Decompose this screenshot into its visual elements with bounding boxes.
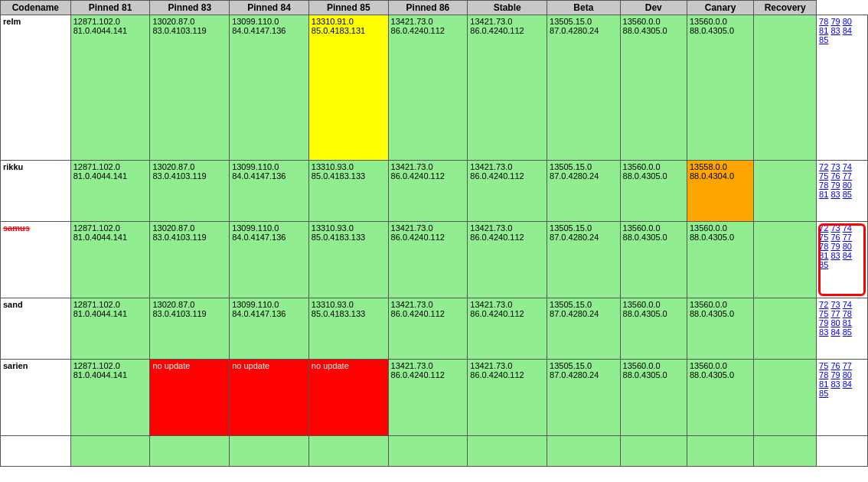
recovery-link[interactable]: 81 xyxy=(819,190,828,199)
version-cell xyxy=(230,436,309,467)
version-table: CodenamePinned 81Pinned 83Pinned 84Pinne… xyxy=(0,0,868,467)
recovery-link[interactable]: 79 xyxy=(830,181,840,190)
recovery-link[interactable]: 81 xyxy=(819,379,828,389)
version-cell: 13560.0.088.0.4305.0 xyxy=(620,161,687,222)
recovery-link[interactable]: 76 xyxy=(830,171,840,181)
recovery-link[interactable]: 75 xyxy=(819,233,828,242)
recovery-link[interactable]: 73 xyxy=(830,300,840,309)
recovery-link[interactable]: 79 xyxy=(830,242,840,251)
version-cell: 13558.0.088.0.4304.0 xyxy=(687,161,753,222)
version-cell: 13020.87.083.0.4103.119 xyxy=(150,15,230,161)
recovery-link[interactable]: 84 xyxy=(843,26,852,35)
version-cell: 13099.110.084.0.4147.136 xyxy=(230,15,309,161)
recovery-link[interactable]: 77 xyxy=(843,233,852,242)
recovery-link[interactable]: 81 xyxy=(843,318,852,327)
recovery-link[interactable]: 83 xyxy=(830,190,840,199)
version-cell xyxy=(150,436,230,467)
column-header-pinned-83: Pinned 83 xyxy=(150,1,230,15)
version-cell: 13421.73.086.0.4240.112 xyxy=(388,222,468,298)
column-header-codename: Codename xyxy=(1,1,71,15)
recovery-link[interactable]: 72 xyxy=(819,300,828,309)
version-cell: 13560.0.088.0.4305.0 xyxy=(687,298,753,360)
recovery-link[interactable]: 75 xyxy=(819,171,828,181)
version-cell: 13099.110.084.0.4147.136 xyxy=(230,222,309,298)
table-row: sarien12871.102.081.0.4044.141no updaten… xyxy=(1,360,868,436)
recovery-link[interactable]: 72 xyxy=(819,223,828,233)
version-cell xyxy=(620,436,687,467)
codename-cell: rikku xyxy=(1,161,71,222)
recovery-link[interactable]: 85 xyxy=(843,327,852,337)
recovery-link[interactable]: 84 xyxy=(843,251,852,260)
recovery-link[interactable]: 79 xyxy=(819,318,828,327)
column-header-beta: Beta xyxy=(547,1,621,15)
version-cell: 12871.102.081.0.4044.141 xyxy=(70,360,150,436)
codename-cell xyxy=(1,436,71,467)
recovery-link[interactable]: 72 xyxy=(819,162,828,171)
version-cell: 13310.91.085.0.4183.131 xyxy=(308,15,388,161)
recovery-link[interactable]: 80 xyxy=(843,17,852,26)
column-header-pinned-86: Pinned 86 xyxy=(388,1,468,15)
recovery-link[interactable]: 73 xyxy=(830,223,840,233)
recovery-link[interactable]: 74 xyxy=(843,300,852,309)
version-cell: 13505.15.087.0.4280.24 xyxy=(547,15,621,161)
recovery-link[interactable]: 78 xyxy=(819,370,828,379)
version-cell: 13505.15.087.0.4280.24 xyxy=(547,298,621,360)
recovery-link[interactable]: 74 xyxy=(843,223,852,233)
recovery-link[interactable]: 80 xyxy=(843,242,852,251)
recovery-cell xyxy=(817,436,868,467)
version-cell: 13421.73.086.0.4240.112 xyxy=(468,222,547,298)
recovery-link[interactable]: 77 xyxy=(830,309,840,318)
version-cell: 13310.93.085.0.4183.133 xyxy=(308,161,388,222)
recovery-link[interactable]: 77 xyxy=(843,361,852,370)
version-cell xyxy=(754,161,817,222)
recovery-link[interactable]: 75 xyxy=(819,309,828,318)
recovery-link[interactable]: 85 xyxy=(819,260,828,269)
recovery-cell: 75 76 7778 79 8081 83 8485 xyxy=(817,360,868,436)
version-cell: 13421.73.086.0.4240.112 xyxy=(468,298,547,360)
recovery-link[interactable]: 77 xyxy=(843,171,852,181)
codename-cell: sand xyxy=(1,298,71,360)
recovery-link[interactable]: 83 xyxy=(819,327,828,337)
version-cell: 13560.0.088.0.4305.0 xyxy=(687,15,753,161)
version-cell: 13505.15.087.0.4280.24 xyxy=(547,222,621,298)
table-row: rikku12871.102.081.0.4044.14113020.87.08… xyxy=(1,161,868,222)
column-header-recovery: Recovery xyxy=(754,1,817,15)
recovery-link[interactable]: 84 xyxy=(843,379,852,389)
recovery-link[interactable]: 79 xyxy=(830,17,840,26)
version-cell xyxy=(754,298,817,360)
recovery-link[interactable]: 81 xyxy=(819,251,828,260)
recovery-link[interactable]: 83 xyxy=(830,26,840,35)
recovery-link[interactable]: 73 xyxy=(830,162,840,171)
recovery-link[interactable]: 81 xyxy=(819,26,828,35)
recovery-link[interactable]: 83 xyxy=(830,251,840,260)
recovery-link[interactable]: 78 xyxy=(819,17,828,26)
version-cell: 13020.87.083.0.4103.119 xyxy=(150,222,230,298)
recovery-cell: 72 73 7475 77 7879 80 8183 84 85 xyxy=(817,298,868,360)
version-cell: 13421.73.086.0.4240.112 xyxy=(388,15,468,161)
version-cell: 13505.15.087.0.4280.24 xyxy=(547,360,621,436)
version-cell: no update xyxy=(308,360,388,436)
recovery-link[interactable]: 74 xyxy=(843,162,852,171)
table-row: relm12871.102.081.0.4044.14113020.87.083… xyxy=(1,15,868,161)
recovery-link[interactable]: 85 xyxy=(819,389,828,398)
recovery-link[interactable]: 84 xyxy=(830,327,840,337)
recovery-link[interactable]: 80 xyxy=(843,181,852,190)
recovery-link[interactable]: 85 xyxy=(843,190,852,199)
version-cell: 12871.102.081.0.4044.141 xyxy=(70,222,150,298)
version-cell xyxy=(754,436,817,467)
recovery-link[interactable]: 78 xyxy=(819,181,828,190)
version-cell: 13560.0.088.0.4305.0 xyxy=(620,298,687,360)
recovery-link[interactable]: 76 xyxy=(830,361,840,370)
table-row: sand12871.102.081.0.4044.14113020.87.083… xyxy=(1,298,868,360)
recovery-link[interactable]: 79 xyxy=(830,370,840,379)
recovery-link[interactable]: 80 xyxy=(830,318,840,327)
recovery-link[interactable]: 80 xyxy=(843,370,852,379)
recovery-link[interactable]: 83 xyxy=(830,379,840,389)
recovery-link[interactable]: 78 xyxy=(819,242,828,251)
recovery-link[interactable]: 85 xyxy=(819,35,828,44)
column-header-stable: Stable xyxy=(468,1,547,15)
recovery-link[interactable]: 78 xyxy=(843,309,852,318)
recovery-link[interactable]: 76 xyxy=(830,233,840,242)
version-cell: 13421.73.086.0.4240.112 xyxy=(388,298,468,360)
recovery-link[interactable]: 75 xyxy=(819,361,828,370)
